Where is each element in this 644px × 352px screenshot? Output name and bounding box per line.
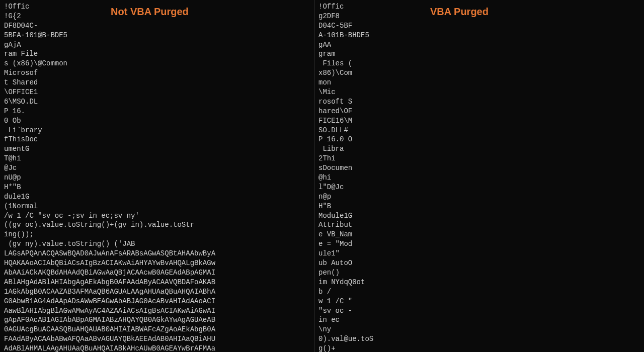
comparison-container: Not VBA Purged !Offic !G{2 DF8D04C- 5BFA… bbox=[0, 0, 644, 352]
left-heading: Not VBA Purged bbox=[111, 5, 189, 19]
left-pane: Not VBA Purged !Offic !G{2 DF8D04C- 5BFA… bbox=[0, 0, 314, 352]
right-content: !Offic g2DF8 D04C-5BF A-101B-BHDE5 gAA g… bbox=[318, 2, 640, 352]
right-pane: VBA Purged !Offic g2DF8 D04C-5BF A-101B-… bbox=[314, 0, 644, 352]
left-content: !Offic !G{2 DF8D04C- 5BFA-101@B-BDE5 gAj… bbox=[4, 2, 310, 352]
right-heading: VBA Purged bbox=[430, 5, 489, 19]
